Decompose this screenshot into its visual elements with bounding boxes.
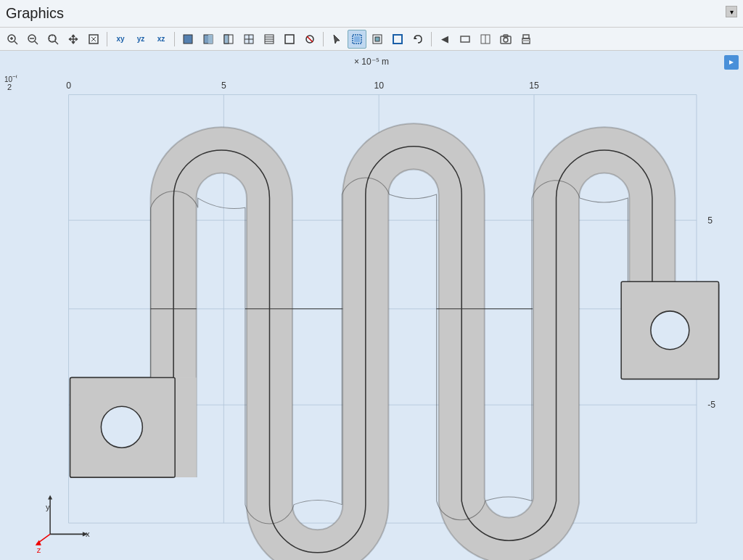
svg-line-5	[35, 41, 38, 44]
main-canvas: 0 5 10 15 5 0 -5	[0, 73, 743, 560]
svg-text:5: 5	[221, 81, 226, 91]
app: Graphics ▾ xy yz xz	[0, 0, 743, 560]
x-axis-label: × 10⁻⁵ m	[354, 57, 389, 67]
select-button[interactable]	[327, 30, 346, 49]
view-xz-button[interactable]: xz	[152, 30, 171, 49]
svg-rect-34	[461, 36, 469, 42]
svg-text:y: y	[46, 503, 50, 511]
zoom-out-button[interactable]	[23, 30, 42, 49]
svg-rect-17	[224, 35, 229, 44]
nav-prev-button[interactable]: ◀	[435, 30, 454, 49]
svg-text:0: 0	[66, 81, 71, 91]
sep3	[323, 32, 324, 46]
screenshot-button[interactable]	[496, 30, 515, 49]
svg-point-73	[101, 406, 142, 448]
svg-text:z: z	[37, 545, 41, 554]
svg-line-8	[55, 41, 58, 44]
svg-text:-5: -5	[707, 400, 715, 410]
svg-rect-9	[49, 36, 55, 41]
view-xy-button[interactable]: xy	[111, 30, 130, 49]
panel-collapse-button[interactable]	[724, 55, 739, 70]
svg-rect-31	[375, 37, 379, 41]
view-yz-button[interactable]: yz	[131, 30, 150, 49]
select-all-button[interactable]	[348, 30, 366, 49]
svg-text:10: 10	[374, 81, 384, 91]
toolbar: xy yz xz	[0, 28, 743, 51]
zoom-box-button[interactable]	[44, 30, 62, 49]
svg-rect-13	[184, 35, 192, 44]
shade-hide-button[interactable]	[300, 30, 319, 49]
svg-rect-29	[354, 36, 360, 42]
svg-point-38	[504, 38, 508, 42]
sep2	[174, 32, 175, 46]
sep1	[107, 32, 107, 46]
svg-rect-32	[393, 35, 402, 44]
shade-4-button[interactable]	[239, 30, 258, 49]
sep4	[431, 32, 432, 46]
print-button[interactable]	[517, 30, 535, 49]
pan-button[interactable]	[64, 30, 83, 49]
svg-rect-25	[285, 35, 294, 44]
svg-text:5: 5	[707, 215, 713, 226]
svg-line-27	[307, 36, 313, 42]
shade-wire-button[interactable]	[280, 30, 299, 49]
zoom-extents-button[interactable]	[84, 30, 103, 49]
svg-line-1	[15, 41, 17, 44]
svg-rect-15	[208, 35, 213, 44]
shade-solid-button[interactable]	[178, 30, 197, 49]
svg-point-75	[651, 311, 689, 350]
graphics-area[interactable]: × 10⁻⁵ m 10−6 m 2 0	[0, 51, 743, 560]
shade-2-button[interactable]	[199, 30, 218, 49]
zoom-reset-button[interactable]	[3, 30, 22, 49]
shade-5-button[interactable]	[260, 30, 279, 49]
shade-3-button[interactable]	[219, 30, 238, 49]
select-boundary-button[interactable]	[388, 30, 407, 49]
nav-frame-button[interactable]	[456, 30, 475, 49]
titlebar-controls: ▾	[726, 6, 737, 17]
undo-button[interactable]	[409, 30, 427, 49]
window-title: Graphics	[6, 5, 64, 22]
select-domain-button[interactable]	[368, 30, 387, 49]
collapse-button[interactable]: ▾	[726, 6, 737, 17]
svg-text:x: x	[86, 530, 90, 538]
svg-text:15: 15	[529, 81, 539, 91]
titlebar: Graphics ▾	[0, 0, 743, 28]
svg-rect-41	[523, 35, 529, 38]
nav-next-button[interactable]	[476, 30, 495, 49]
svg-rect-42	[522, 40, 530, 41]
